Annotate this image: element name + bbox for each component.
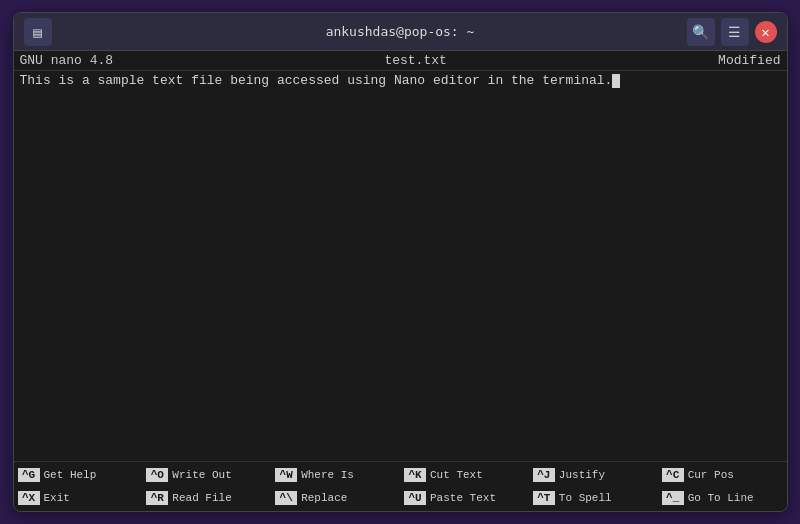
key-ctrl-u: ^U [404,491,426,505]
text-cursor [612,74,620,88]
terminal-window: ▤ ankushdas@pop-os: ~ 🔍 ☰ ✕ GNU nano 4.8… [13,12,788,512]
cmd-where-is[interactable]: ^W Where Is [271,464,400,486]
cmd-paste-text[interactable]: ^U Paste Text [400,487,529,509]
title-bar-controls: 🔍 ☰ ✕ [687,18,777,46]
label-cut-text: Cut Text [430,468,483,482]
cmd-group-1: ^G Get Help ^X Exit [14,462,143,511]
cmd-to-spell[interactable]: ^T To Spell [529,487,658,509]
cmd-replace[interactable]: ^\ Replace [271,487,400,509]
label-paste-text: Paste Text [430,491,496,505]
cmd-justify[interactable]: ^J Justify [529,464,658,486]
cmd-read-file[interactable]: ^R Read File [142,487,271,509]
nano-footer: ^G Get Help ^X Exit ^O Write Out ^R Read… [14,461,787,511]
key-ctrl-w: ^W [275,468,297,482]
key-ctrl-k: ^K [404,468,426,482]
label-to-spell: To Spell [559,491,612,505]
cmd-go-to-line[interactable]: ^_ Go To Line [658,487,787,509]
label-write-out: Write Out [172,468,231,482]
cmd-get-help[interactable]: ^G Get Help [14,464,143,486]
close-icon: ✕ [761,24,769,40]
label-get-help: Get Help [44,468,97,482]
title-bar-left: ▤ [24,18,52,46]
label-go-to-line: Go To Line [688,491,754,505]
label-cur-pos: Cur Pos [688,468,734,482]
key-ctrl-underscore: ^_ [662,491,684,505]
modified-status: Modified [718,53,780,68]
cmd-group-5: ^J Justify ^T To Spell [529,462,658,511]
nano-header: GNU nano 4.8 test.txt Modified [14,51,787,71]
cmd-group-4: ^K Cut Text ^U Paste Text [400,462,529,511]
menu-button[interactable]: ☰ [721,18,749,46]
close-button[interactable]: ✕ [755,21,777,43]
window-title: ankushdas@pop-os: ~ [326,24,475,39]
key-ctrl-j: ^J [533,468,555,482]
terminal-icon: ▤ [24,18,52,46]
nano-version: GNU nano 4.8 [20,53,114,68]
key-ctrl-g: ^G [18,468,40,482]
editor-content: This is a sample text file being accesse… [20,73,781,88]
key-ctrl-backslash: ^\ [275,491,297,505]
title-bar: ▤ ankushdas@pop-os: ~ 🔍 ☰ ✕ [14,13,787,51]
key-ctrl-x: ^X [18,491,40,505]
cmd-group-3: ^W Where Is ^\ Replace [271,462,400,511]
label-justify: Justify [559,468,605,482]
cmd-cut-text[interactable]: ^K Cut Text [400,464,529,486]
label-exit: Exit [44,491,70,505]
editor-area[interactable]: This is a sample text file being accesse… [14,71,787,461]
key-ctrl-t: ^T [533,491,555,505]
menu-icon: ☰ [728,24,741,40]
cmd-exit[interactable]: ^X Exit [14,487,143,509]
search-icon: 🔍 [692,24,709,40]
cmd-write-out[interactable]: ^O Write Out [142,464,271,486]
label-read-file: Read File [172,491,231,505]
label-where-is: Where Is [301,468,354,482]
key-ctrl-c: ^C [662,468,684,482]
cmd-group-6: ^C Cur Pos ^_ Go To Line [658,462,787,511]
key-ctrl-r: ^R [146,491,168,505]
cmd-group-2: ^O Write Out ^R Read File [142,462,271,511]
cmd-cur-pos[interactable]: ^C Cur Pos [658,464,787,486]
key-ctrl-o: ^O [146,468,168,482]
label-replace: Replace [301,491,347,505]
search-button[interactable]: 🔍 [687,18,715,46]
file-name: test.txt [384,53,446,68]
